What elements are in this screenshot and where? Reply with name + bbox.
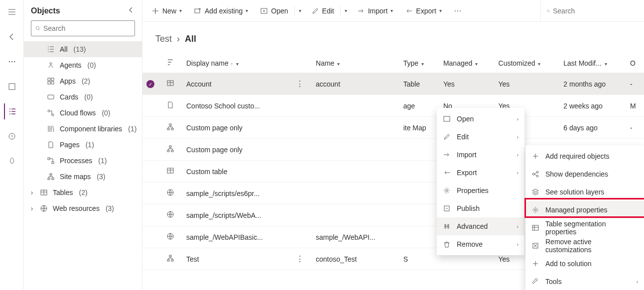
cell-type: S xyxy=(399,248,439,270)
svg-point-1 xyxy=(11,61,12,62)
column-name[interactable]: Name▾ xyxy=(312,53,399,73)
tree-item-count: (0) xyxy=(88,61,96,69)
open-button[interactable]: Open xyxy=(255,3,293,19)
edit-split-chevron[interactable]: ▾ xyxy=(342,3,350,19)
menu-item-table-segmentation-properties[interactable]: Table segmentation properties xyxy=(525,219,644,237)
tree-item-processes[interactable]: Processes (1) xyxy=(24,153,142,169)
column-type[interactable]: Type▾ xyxy=(399,53,439,73)
table-row[interactable]: ✓Custom page only⋮ite MapNoYes6 days ago… xyxy=(142,117,644,139)
menu-item-show-dependencies[interactable]: Show dependencies xyxy=(525,165,644,183)
menu-item-remove-active-customizations[interactable]: Remove active customizations xyxy=(525,237,644,255)
gear-icon xyxy=(443,187,451,194)
menu-item-managed-properties[interactable]: Managed properties xyxy=(525,201,644,219)
tree-item-tables[interactable]: ›Tables (2) xyxy=(24,185,142,200)
overview-icon[interactable] xyxy=(4,79,20,95)
column-owner[interactable]: O xyxy=(626,53,644,73)
tree-item-count: (0) xyxy=(102,109,110,117)
column-customized[interactable]: Customized▾ xyxy=(495,53,560,73)
cell-display-name: sample_/WebAPIBasic... xyxy=(182,226,292,248)
import-button[interactable]: Import ▾ xyxy=(352,3,398,19)
chevron-right-icon: › xyxy=(517,134,518,140)
add-existing-button[interactable]: Add existing ▾ xyxy=(189,3,253,19)
svg-rect-16 xyxy=(50,174,52,175)
menu-item-properties[interactable]: Properties xyxy=(437,182,524,199)
menu-item-open[interactable]: Open› xyxy=(437,110,524,128)
svg-point-23 xyxy=(455,10,456,11)
commandbar-search-input[interactable] xyxy=(553,7,640,15)
menu-item-advanced[interactable]: Advanced› xyxy=(437,217,524,235)
menu-item-publish[interactable]: Publish xyxy=(437,199,524,217)
menu-item-tools[interactable]: Tools› xyxy=(525,273,644,290)
menu-item-edit[interactable]: Edit› xyxy=(437,128,524,146)
column-last-modified[interactable]: Last Modif...▾ xyxy=(559,53,626,73)
chevron-right-icon: › xyxy=(517,170,518,176)
svg-rect-3 xyxy=(9,84,15,90)
sidebar-search[interactable] xyxy=(31,20,135,36)
more-icon xyxy=(454,7,462,15)
tree-item-all[interactable]: All (13) xyxy=(24,41,142,57)
svg-rect-38 xyxy=(169,255,171,257)
object-tree: All (13)Agents (0)Apps (2)Cards (0)Cloud… xyxy=(24,41,142,290)
column-managed[interactable]: Managed▾ xyxy=(439,53,495,73)
sidebar-title: Objects xyxy=(31,6,60,15)
menu-item-see-solution-layers[interactable]: See solution layers xyxy=(525,183,644,201)
more-icon[interactable] xyxy=(4,54,20,70)
cell-type: ite Map xyxy=(399,117,439,139)
cell-type: Table xyxy=(399,73,439,95)
chevron-right-icon: › xyxy=(637,279,638,285)
rocket-icon[interactable] xyxy=(4,153,20,169)
edit-button[interactable]: Edit xyxy=(306,3,339,19)
tree-item-agents[interactable]: Agents (0) xyxy=(24,57,142,73)
tree-item-site-maps[interactable]: Site maps (3) xyxy=(24,169,142,185)
export-button[interactable]: Export ▾ xyxy=(400,3,446,19)
chevron-down-icon: ▾ xyxy=(439,8,442,13)
menu-item-label: Advanced xyxy=(457,222,511,230)
segment-icon xyxy=(531,224,539,232)
collapse-sidebar-icon[interactable] xyxy=(127,6,135,15)
overflow-button[interactable] xyxy=(449,3,467,19)
chevron-right-icon: › xyxy=(517,224,518,229)
new-button[interactable]: New ▾ xyxy=(146,3,187,19)
hamburger-icon[interactable] xyxy=(4,4,20,20)
row-menu-button[interactable]: ⋮ xyxy=(296,255,304,263)
sort-column-icon[interactable] xyxy=(162,53,182,73)
svg-rect-9 xyxy=(48,82,50,84)
tree-item-count: (1) xyxy=(98,157,107,165)
cell-display-name: Custom table xyxy=(182,161,292,183)
commandbar-search[interactable] xyxy=(540,0,640,21)
tree-item-count: (1) xyxy=(86,141,94,149)
row-menu-button[interactable]: ⋮ xyxy=(296,80,304,88)
menu-item-export[interactable]: Export› xyxy=(437,164,524,182)
publish-icon xyxy=(443,204,451,212)
tree-item-web-resources[interactable]: ›Web resources (3) xyxy=(24,200,142,216)
history-icon[interactable] xyxy=(4,128,20,144)
tree-item-apps[interactable]: Apps (2) xyxy=(24,73,142,89)
cell-name: account xyxy=(312,73,399,95)
tree-item-component-libraries[interactable]: Component libraries (1) xyxy=(24,121,142,137)
breadcrumb: Test › All xyxy=(142,22,644,53)
sidebar-search-input[interactable] xyxy=(43,24,130,32)
open-split-chevron[interactable]: ▾ xyxy=(296,3,304,19)
table-row[interactable]: ✓Account⋮accountTableYesYes2 months ago- xyxy=(142,73,644,95)
column-display-name[interactable]: Display name↑▾ xyxy=(182,53,292,73)
menu-item-label: Edit xyxy=(457,133,511,141)
tree-item-count: (3) xyxy=(97,173,105,181)
tree-item-label: Component libraries xyxy=(60,125,122,133)
back-icon[interactable] xyxy=(4,29,20,45)
tree-item-cloud-flows[interactable]: Cloud flows (0) xyxy=(24,105,142,121)
menu-item-remove[interactable]: Remove› xyxy=(437,235,524,253)
menu-item-add-to-solution[interactable]: Add to solution xyxy=(525,255,644,273)
row-check-icon[interactable]: ✓ xyxy=(146,80,154,88)
menu-item-import[interactable]: Import› xyxy=(437,146,524,164)
menu-item-add-required-objects[interactable]: Add required objects xyxy=(525,147,644,165)
tools-icon xyxy=(531,278,539,286)
sitemap-icon xyxy=(166,146,174,154)
objects-icon[interactable] xyxy=(4,103,20,119)
breadcrumb-parent[interactable]: Test xyxy=(155,34,172,44)
cell-type xyxy=(399,226,439,248)
tree-item-pages[interactable]: Pages (1) xyxy=(24,137,142,153)
remove-cust-icon xyxy=(531,242,539,250)
tree-item-cards[interactable]: Cards (0) xyxy=(24,89,142,105)
table-row[interactable]: ✓Contoso School custo...⋮ageNoYes2 weeks… xyxy=(142,95,644,117)
cell-display-name: sample_/scripts/es6pr... xyxy=(182,183,292,204)
